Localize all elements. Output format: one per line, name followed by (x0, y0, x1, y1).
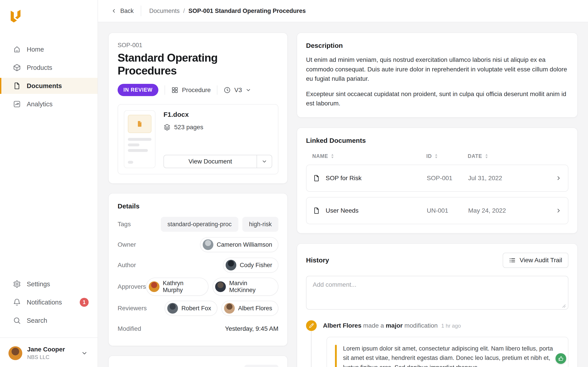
author-value: Cody Fisher (223, 258, 278, 273)
view-document-button[interactable]: View Document (164, 155, 272, 168)
top-bar: Back Documents / SOP-001 Standard Operat… (98, 0, 588, 22)
gear-icon (13, 280, 21, 288)
row-label: Modified (118, 325, 141, 332)
person-name: Kathryn Murphy (163, 280, 202, 294)
file-info: F1.docx 523 pages View Document (164, 110, 272, 168)
file-name: F1.docx (164, 111, 272, 118)
comment-text: Lorem ipsum dolor sit amet, consectetur … (343, 344, 560, 367)
sidebar-item-settings[interactable]: Settings (0, 276, 98, 292)
version-selector[interactable]: V3 (224, 86, 251, 94)
person-pill-approver[interactable]: Kathryn Murphy (146, 278, 208, 296)
person-pill-reviewer[interactable]: Albert Flores (221, 301, 278, 316)
sidebar-nav: Home Products Documents Analytics (0, 41, 98, 112)
attachments-header: Attachments Add (118, 365, 278, 367)
avatar (203, 239, 213, 250)
sidebar-item-label: Search (27, 317, 47, 324)
user-org: NBS LLC (27, 354, 65, 360)
list-icon (509, 257, 516, 264)
document-icon (313, 174, 320, 182)
linked-document-row[interactable]: User Needs UN-001 May 24, 2022 (306, 197, 568, 224)
history-timeline: Albert Flores made a major modification1… (306, 320, 568, 367)
sidebar-item-home[interactable]: Home (0, 41, 98, 57)
linked-document-id: SOP-001 (427, 175, 468, 182)
sidebar-item-label: Documents (27, 82, 62, 90)
details-heading: Details (118, 202, 278, 210)
view-audit-trail-button[interactable]: View Audit Trail (503, 253, 568, 268)
user-avatar (9, 346, 22, 360)
linked-document-title: SOP for Risk (326, 175, 362, 182)
breadcrumb-current: SOP-001 Standard Operating Procedures (189, 8, 306, 15)
person-name: Marvin McKinney (229, 280, 272, 294)
sidebar-item-search[interactable]: Search (0, 312, 98, 328)
sidebar-divider (0, 337, 98, 338)
sidebar-item-products[interactable]: Products (0, 60, 98, 76)
breadcrumb-separator: / (183, 8, 185, 15)
history-heading: History (306, 257, 329, 264)
avatar (224, 303, 235, 314)
meta-divider (217, 85, 217, 95)
column-label: NAME (312, 153, 328, 159)
person-pill-author[interactable]: Cody Fisher (223, 258, 278, 273)
tag-chip[interactable]: high-risk (242, 217, 278, 232)
approvers-list: Kathryn Murphy Marvin McKinney (146, 278, 278, 296)
row-label: Owner (118, 241, 136, 248)
column-header-id[interactable]: ID (426, 153, 468, 159)
file-icon (128, 115, 151, 133)
sidebar-item-analytics[interactable]: Analytics (0, 96, 98, 112)
column-header-name[interactable]: NAME (312, 153, 426, 159)
chevron-left-icon (111, 8, 117, 14)
details-row-tags: Tags standard-operating-proc high-risk (118, 216, 278, 232)
chevron-down-icon[interactable] (81, 350, 88, 357)
comment-input[interactable] (306, 276, 568, 310)
skeleton-line (128, 138, 151, 141)
avatar (215, 281, 226, 292)
view-document-dropdown[interactable] (257, 155, 272, 168)
thumbs-up-button[interactable] (555, 353, 566, 364)
description-heading: Description (306, 42, 568, 49)
linked-documents-card: Linked Documents NAME ID DATE (297, 127, 578, 234)
chevron-right-icon (555, 208, 562, 214)
breadcrumb-documents-link[interactable]: Documents (149, 8, 180, 15)
linked-document-date: Jul 31, 2022 (468, 175, 553, 182)
add-attachment-button[interactable]: Add (244, 365, 278, 367)
tag-chip[interactable]: standard-operating-proc (161, 217, 238, 232)
sidebar-secondary-nav: Settings Notifications 1 Search Jane Coo… (0, 276, 98, 367)
back-button[interactable]: Back (111, 8, 134, 15)
comment-card: Lorem ipsum dolor sit amet, consectetur … (327, 337, 568, 367)
document-type-label: Procedure (182, 86, 211, 94)
comment-accent: Lorem ipsum dolor sit amet, consectetur … (335, 344, 560, 367)
column-header-date[interactable]: DATE (468, 153, 553, 159)
document-icon (13, 82, 21, 90)
pencil-icon (306, 320, 317, 331)
sidebar-item-documents[interactable]: Documents (0, 78, 98, 94)
layers-icon (164, 124, 171, 131)
history-card: History View Audit Trail (297, 243, 578, 367)
main-area: Back Documents / SOP-001 Standard Operat… (98, 0, 588, 367)
sidebar-item-notifications[interactable]: Notifications 1 (0, 294, 98, 310)
user-profile[interactable]: Jane Cooper NBS LLC (0, 340, 98, 367)
chevron-down-icon (245, 87, 251, 93)
sidebar-item-label: Settings (27, 281, 50, 288)
row-label: Author (118, 262, 136, 269)
row-label: Reviewers (118, 305, 147, 312)
modified-value: Yesterday, 9:45 AM (225, 325, 278, 332)
person-pill-reviewer[interactable]: Robert Fox (164, 301, 217, 316)
linked-document-row[interactable]: SOP for Risk SOP-001 Jul 31, 2022 (306, 165, 568, 192)
comment-box (306, 276, 568, 310)
sort-icon (485, 154, 488, 158)
column-label: ID (426, 153, 432, 159)
event-text: Albert Flores made a major modification1… (323, 322, 461, 329)
person-pill-owner[interactable]: Cameron Williamson (200, 237, 278, 252)
home-icon (13, 45, 21, 53)
person-pill-approver[interactable]: Marvin McKinney (212, 278, 278, 296)
linked-document-id: UN-001 (427, 207, 468, 214)
row-label: Tags (118, 221, 131, 228)
linked-documents-heading: Linked Documents (306, 137, 568, 144)
view-document-label[interactable]: View Document (164, 155, 257, 168)
document-thumbnail (124, 110, 156, 168)
search-icon (13, 317, 21, 325)
document-summary-card: SOP-001 Standard Operating Procedures IN… (108, 33, 288, 184)
description-paragraph: Ut enim ad minim veniam, quis nostrud ex… (306, 55, 568, 84)
thumbs-up-icon (558, 356, 563, 361)
document-icon (313, 207, 320, 214)
